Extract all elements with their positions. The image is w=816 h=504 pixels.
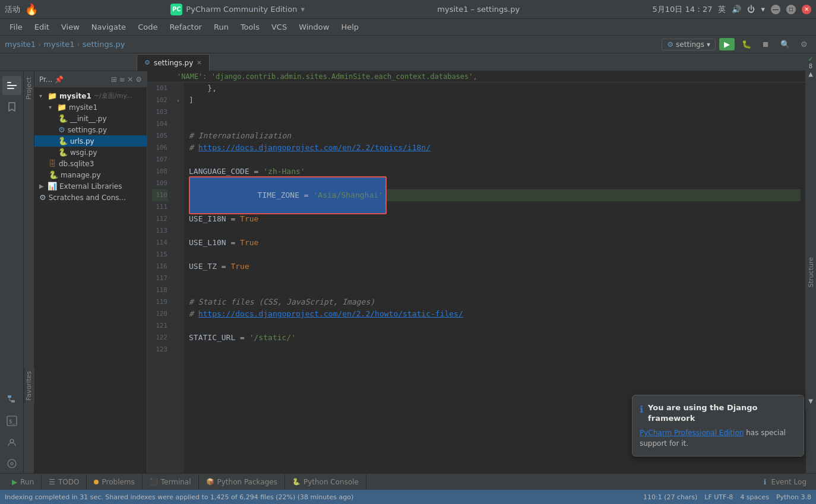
tree-scratches[interactable]: ⚙ Scratches and Cons...	[34, 192, 147, 203]
menu-file[interactable]: File	[5, 21, 27, 33]
tab-todo[interactable]: ☰ TODO	[42, 474, 87, 490]
menu-run[interactable]: Run	[209, 21, 233, 33]
menu-window[interactable]: Window	[294, 21, 334, 33]
cursor-position[interactable]: 110:1 (27 chars)	[643, 493, 697, 501]
menu-help[interactable]: Help	[336, 21, 363, 33]
breadcrumb-mysite1[interactable]: mysite1	[43, 40, 74, 49]
tree-wsgi[interactable]: 🐍 wsgi.py	[34, 147, 147, 158]
menu-code[interactable]: Code	[133, 21, 162, 33]
breadcrumb-actions: ⚙ settings ▾ ▶ 🐛 ⏹ 🔍 ⚙	[662, 38, 811, 50]
tab-problems[interactable]: Problems	[87, 474, 142, 490]
breadcrumb-root[interactable]: mysite1	[5, 40, 36, 49]
project-sidebar-label-area: Project	[24, 71, 34, 473]
menu-bar: File Edit View Navigate Code Refactor Ru…	[0, 19, 816, 36]
code-line-113	[189, 225, 801, 237]
dvd-icon[interactable]	[2, 454, 21, 473]
notification-info-icon: ℹ	[640, 404, 643, 415]
code-line-108: LANGUAGE_CODE = 'zh-Hans'	[189, 166, 801, 177]
tree-urls[interactable]: 🐍 urls.py	[34, 135, 147, 147]
tree-mysite1[interactable]: ▾ 📁 mysite1	[34, 102, 147, 113]
status-right: 110:1 (27 chars) LF UTF-8 4 spaces Pytho…	[643, 493, 811, 501]
tree-init[interactable]: 🐍 __init__.py	[34, 113, 147, 124]
tree-root[interactable]: ▾ 📁 mysite1 ~/桌面/my...	[34, 90, 147, 102]
project-header-actions[interactable]: ⊞ ≡ ✕ ⚙	[111, 75, 142, 84]
project-panel-header: Pr... 📌 ⊞ ≡ ✕ ⚙	[34, 71, 147, 88]
app-title-group: PC PyCharm Community Edition ▾	[170, 4, 305, 15]
stop-button[interactable]: ⏹	[758, 38, 773, 50]
search-button[interactable]: 🔍	[777, 38, 793, 50]
menu-edit[interactable]: Edit	[30, 21, 54, 33]
project-vertical-label[interactable]: Project	[23, 75, 35, 102]
run-button[interactable]: ▶	[719, 38, 735, 50]
dropdown-arrow[interactable]: ▾	[301, 5, 305, 14]
menu-tools[interactable]: Tools	[236, 21, 264, 33]
favorites-label[interactable]: Favorites	[24, 369, 34, 403]
ln-114: 114	[152, 237, 167, 249]
settings-gear-button[interactable]: ⚙	[797, 38, 811, 50]
tab-python-console[interactable]: 🐍 Python Console	[285, 474, 366, 490]
gutter-113	[172, 225, 184, 237]
breadcrumb-settings[interactable]: settings.py	[83, 40, 125, 49]
ln-121: 121	[152, 320, 167, 332]
event-log-button[interactable]: ℹ Event Log	[759, 478, 811, 486]
lang-indicator[interactable]: 英	[718, 4, 726, 15]
gutter-104	[172, 118, 184, 130]
minimize-button[interactable]: —	[771, 5, 780, 14]
maximize-button[interactable]: □	[786, 5, 796, 14]
code-line-121	[189, 320, 801, 332]
activities-label[interactable]: 活动	[5, 4, 20, 15]
settings-icon[interactable]: ▾	[761, 5, 765, 14]
project-panel-icon[interactable]	[2, 76, 21, 95]
terminal-icon[interactable]: $_	[2, 411, 21, 430]
line-numbers: 101 102 103 104 105 106 107 108 ● 109 11…	[147, 83, 172, 473]
breadcrumb-sep-2: ›	[77, 40, 80, 49]
tab-settings-py[interactable]: ⚙ settings.py ✕	[137, 54, 210, 71]
ln-101: 101	[152, 83, 167, 94]
tab-python-packages[interactable]: 📦 Python Packages	[199, 474, 285, 490]
debug-button[interactable]: 🐛	[738, 38, 755, 50]
tree-settings[interactable]: ⚙ settings.py	[34, 124, 147, 135]
menu-view[interactable]: View	[56, 21, 84, 33]
indent-info[interactable]: 4 spaces	[740, 493, 769, 501]
console-tab-icon: 🐍	[292, 478, 301, 486]
svg-text:$_: $_	[9, 419, 15, 424]
event-log-icon: ℹ	[764, 478, 767, 486]
user-icon[interactable]	[2, 433, 21, 452]
notification-link[interactable]: PyCharm Professional Edition	[640, 429, 744, 437]
django-notification: ℹ You are using the Django framework PyC…	[632, 395, 804, 457]
init-label: __init__.py	[70, 115, 107, 123]
tree-external-libs[interactable]: ▶ 📊 External Libraries	[34, 180, 147, 192]
gutter-117	[172, 272, 184, 284]
tree-manage[interactable]: 🐍 manage.py	[34, 169, 147, 180]
menu-refactor[interactable]: Refactor	[165, 21, 207, 33]
db-file-icon: 🗄	[49, 159, 56, 168]
tab-run[interactable]: ▶ Run	[5, 474, 42, 490]
tab-terminal[interactable]: ⬛ Terminal	[143, 474, 199, 490]
scratches-icon: ⚙	[39, 193, 46, 202]
urls-file-icon: 🐍	[58, 137, 68, 145]
mysite1-folder-icon: 📁	[57, 103, 67, 112]
close-button[interactable]: ✕	[802, 5, 811, 14]
project-pin-icon[interactable]: 📌	[55, 75, 64, 84]
gutter-114	[172, 237, 184, 249]
python-version[interactable]: Python 3.8	[776, 493, 811, 501]
ln-109: ● 109	[152, 177, 167, 189]
status-message: Indexing completed in 31 sec. Shared ind…	[5, 493, 638, 501]
project-tree: ▾ 📁 mysite1 ~/桌面/my... ▾ 📁 mysite1 🐍 __i…	[34, 88, 147, 473]
menu-navigate[interactable]: Navigate	[87, 21, 131, 33]
structure-vertical-label[interactable]: Structure	[805, 255, 816, 290]
menu-vcs[interactable]: VCS	[267, 21, 292, 33]
breadcrumb-bar: mysite1 › mysite1 › settings.py ⚙ settin…	[0, 36, 816, 53]
gutter-121	[172, 320, 184, 332]
bookmark-icon[interactable]	[2, 97, 21, 116]
tab-close-settings[interactable]: ✕	[197, 59, 201, 66]
fold-102[interactable]: ▾	[176, 97, 180, 104]
ln-120: 120	[152, 308, 167, 320]
ln-116: 116	[152, 261, 167, 272]
tree-db[interactable]: 🗄 db.sqlite3	[34, 158, 147, 169]
line-ending[interactable]: LF UTF-8	[704, 493, 733, 501]
gutter-118	[172, 284, 184, 296]
ln-102: 102	[152, 94, 167, 106]
run-config-selector[interactable]: ⚙ settings ▾	[662, 39, 716, 50]
structure-sidebar-icon[interactable]	[2, 390, 21, 409]
